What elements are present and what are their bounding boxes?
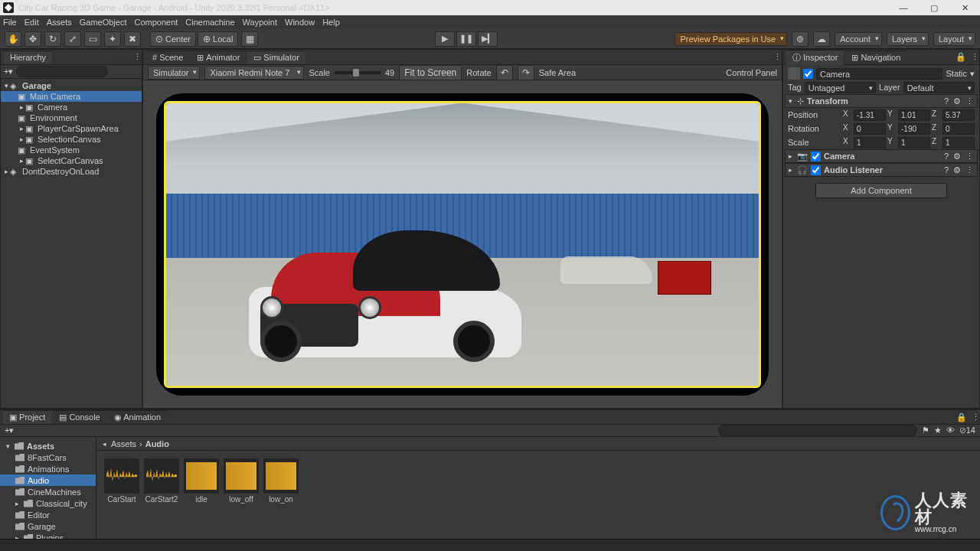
breadcrumb-item[interactable]: Audio (145, 439, 169, 448)
create-dropdown-icon[interactable]: +▾ (5, 425, 14, 435)
hierarchy-item[interactable]: Camera (38, 103, 67, 112)
transform-component[interactable]: Transform (807, 96, 848, 106)
menu-help[interactable]: Help (322, 18, 340, 27)
hierarchy-item[interactable]: Main Camera (30, 92, 80, 101)
scl-y[interactable]: 1 (898, 137, 930, 148)
scale-slider[interactable] (335, 71, 381, 74)
animation-tab[interactable]: ◉ Animation (108, 410, 167, 424)
maximize-button[interactable]: ▢ (919, 0, 949, 15)
folder-item[interactable]: CineMachines (28, 487, 81, 497)
device-dropdown[interactable]: Xiaomi Redmi Note 7 (204, 66, 304, 80)
menu-waypoint[interactable]: Waypoint (243, 18, 277, 27)
cloud-icon[interactable]: ☁ (813, 31, 830, 47)
folder-item[interactable]: Editor (28, 510, 50, 520)
hierarchy-search[interactable] (16, 66, 108, 77)
rotate-tool-icon[interactable]: ↻ (44, 31, 61, 47)
tag-dropdown[interactable]: Untagged (805, 82, 876, 93)
tab-animator[interactable]: ⊞Animator (191, 51, 246, 64)
account-dropdown[interactable]: Account (835, 32, 882, 46)
hidden-icon[interactable]: 👁 (946, 425, 955, 435)
hierarchy-tree[interactable]: ▾◈Garage ▣Main Camera ▸▣Camera ▣Environm… (1, 79, 142, 408)
move-tool-icon[interactable]: ✥ (24, 31, 41, 47)
pivot-toggle[interactable]: ⊙Center (150, 31, 196, 47)
project-folders[interactable]: ▾Assets 8FastCars Animations Audio CineM… (0, 437, 96, 551)
rot-y[interactable]: -190 (898, 123, 930, 135)
hierarchy-item[interactable]: PlayerCarSpawnArea (38, 124, 119, 133)
scl-z[interactable]: 1 (942, 137, 975, 148)
simulator-viewport[interactable] (143, 80, 782, 408)
active-checkbox[interactable] (803, 69, 813, 79)
console-tab[interactable]: ▤ Console (53, 410, 106, 424)
rotate-ccw-icon[interactable]: ↶ (496, 65, 513, 80)
asset-item[interactable]: CarStart (104, 458, 139, 551)
rotate-cw-icon[interactable]: ↷ (518, 65, 534, 80)
folder-item[interactable]: Animations (28, 465, 69, 474)
asset-item[interactable]: low_on (263, 458, 299, 551)
step-button[interactable]: ▶▎ (478, 31, 498, 47)
add-component-button[interactable]: Add Component (815, 183, 947, 198)
project-tab[interactable]: ▣ Project (3, 410, 51, 424)
folder-item[interactable]: Classical_city (36, 499, 87, 508)
hierarchy-item[interactable]: SelectionCanvas (38, 135, 101, 144)
snap-toggle[interactable]: ▦ (241, 31, 258, 47)
help-icon[interactable]: ? (944, 152, 949, 161)
asset-item[interactable]: low_off (224, 458, 259, 551)
play-button[interactable]: ▶ (435, 31, 455, 47)
hierarchy-item[interactable]: Environment (30, 113, 77, 122)
panel-menu-icon[interactable]: ⋮ (133, 52, 142, 62)
preset-icon[interactable]: ⚙ (953, 165, 961, 175)
hand-tool-icon[interactable]: ✋ (5, 31, 21, 47)
folder-item[interactable]: Audio (28, 476, 49, 485)
layout-dropdown[interactable]: Layout (933, 32, 975, 46)
menu-icon[interactable]: ⋮ (965, 96, 974, 106)
scale-tool-icon[interactable]: ⤢ (64, 31, 81, 47)
asset-grid[interactable]: CarStart CarStart2 idle low_off low_on (96, 451, 980, 551)
menu-window[interactable]: Window (285, 18, 315, 27)
menu-file[interactable]: File (3, 18, 17, 27)
lock-icon[interactable]: 🔒 (956, 412, 967, 422)
audio-enabled-checkbox[interactable] (811, 165, 821, 175)
asset-item[interactable]: CarStart2 (144, 458, 179, 551)
camera-component[interactable]: Camera (824, 152, 854, 161)
hierarchy-item[interactable]: SelectCarCanvas (38, 156, 103, 165)
minimize-button[interactable]: — (888, 0, 919, 15)
panel-menu-icon[interactable]: ⋮ (773, 52, 782, 62)
control-panel-button[interactable]: Control Panel (726, 68, 777, 77)
folder-item[interactable]: Garage (28, 522, 56, 531)
preset-icon[interactable]: ⚙ (953, 96, 961, 106)
hierarchy-tab[interactable]: Hierarchy (4, 51, 52, 64)
pos-y[interactable]: 1.01 (898, 109, 930, 121)
fit-to-screen-button[interactable]: Fit to Screen (399, 65, 462, 80)
favorite-icon[interactable]: ★ (934, 425, 942, 435)
rect-tool-icon[interactable]: ▭ (84, 31, 101, 47)
pos-z[interactable]: 5.37 (942, 109, 975, 121)
menu-component[interactable]: Component (134, 18, 178, 27)
panel-menu-icon[interactable]: ⋮ (971, 52, 979, 62)
preset-icon[interactable]: ⚙ (953, 152, 961, 161)
create-dropdown-icon[interactable]: +▾ (4, 67, 13, 77)
lock-icon[interactable]: 🔒 (956, 52, 966, 62)
custom-tool-icon[interactable]: ✖ (124, 31, 141, 47)
pos-x[interactable]: -1.31 (854, 109, 886, 121)
project-search[interactable] (718, 425, 917, 436)
scene-root[interactable]: DontDestroyOnLoad (22, 167, 99, 176)
asset-item[interactable]: idle (184, 458, 219, 551)
space-toggle[interactable]: ⊕Local (198, 31, 238, 47)
menu-icon[interactable]: ⋮ (965, 165, 974, 175)
collab-icon[interactable]: ⊚ (792, 31, 808, 47)
help-icon[interactable]: ? (944, 165, 949, 175)
tab-scene[interactable]: #Scene (146, 51, 189, 64)
filter-icon[interactable]: ⚑ (922, 425, 929, 435)
rot-z[interactable]: 0 (942, 123, 975, 135)
inspector-tab[interactable]: ⓘ Inspector (786, 50, 844, 65)
scene-root[interactable]: Garage (22, 81, 51, 90)
folder-item[interactable]: 8FastCars (28, 453, 67, 462)
object-name-field[interactable]: Camera (816, 68, 942, 80)
gameobject-icon[interactable] (788, 67, 800, 80)
breadcrumb-item[interactable]: Assets (111, 439, 136, 448)
assets-root[interactable]: Assets (27, 442, 54, 451)
safe-area-toggle[interactable]: Safe Area (539, 68, 576, 77)
simulator-mode-dropdown[interactable]: Simulator (148, 66, 200, 80)
navigation-tab[interactable]: ⊞ Navigation (845, 51, 906, 64)
audio-listener-component[interactable]: Audio Listener (824, 165, 883, 174)
